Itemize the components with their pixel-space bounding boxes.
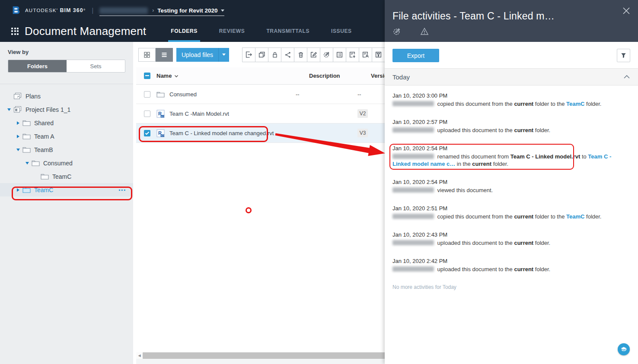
move-button[interactable] [242, 48, 255, 62]
graduation-cap-icon [620, 346, 627, 353]
list-view-button[interactable] [156, 48, 173, 62]
user-name-redacted [392, 154, 434, 159]
activity-entry: Jan 10, 2020 3:00 PM copied this documen… [392, 92, 630, 108]
move-icon [245, 51, 252, 58]
list-download-button[interactable] [346, 48, 359, 62]
close-icon[interactable] [621, 5, 632, 16]
approve-badge-icon[interactable] [392, 27, 401, 36]
expand-arrow-icon[interactable] [15, 188, 21, 192]
folder-icon [156, 91, 165, 98]
detail-button[interactable] [333, 48, 346, 62]
approve-button[interactable] [320, 48, 333, 62]
column-name[interactable]: Name [156, 73, 309, 79]
doc-person-button[interactable] [359, 48, 372, 62]
upload-files-label[interactable]: Upload files [176, 48, 218, 62]
collapse-arrow-icon[interactable] [15, 149, 21, 151]
share-button[interactable] [281, 48, 294, 62]
sidebar-folder-teamc[interactable]: TeamC••• [0, 183, 133, 196]
box-funnel-button[interactable] [372, 48, 385, 62]
lock-button[interactable] [268, 48, 281, 62]
breadcrumb[interactable]: › Testing for Revit 2020 [99, 7, 224, 16]
row-checkbox[interactable] [144, 111, 150, 117]
activity-text: uploaded this document to the current fo… [392, 266, 630, 273]
upload-dropdown-button[interactable] [218, 48, 229, 62]
sidebar-folder-teamc[interactable]: TeamC [0, 170, 133, 183]
tab-reviews[interactable]: REVIEWS [218, 20, 246, 42]
user-name-redacted [392, 214, 434, 219]
today-section-header[interactable]: Today [385, 68, 638, 85]
sidebar-folder-project-files-1-1[interactable]: Project Files 1_1 [0, 103, 133, 116]
view-mode-toggle [138, 48, 173, 62]
module-picker-icon[interactable] [11, 28, 19, 35]
sidebar-folder-plans[interactable]: Plans [0, 89, 133, 103]
folder-icon [41, 173, 49, 180]
project-files-icon [13, 106, 22, 113]
column-description[interactable]: Description [309, 73, 371, 79]
chevron-up-icon[interactable] [623, 75, 630, 79]
edit-icon [310, 51, 317, 58]
scroll-left-arrow-icon[interactable]: ◀ [136, 352, 143, 359]
activity-text: copied this document from the current fo… [392, 100, 630, 108]
view-by-folders-button[interactable]: Folders [8, 60, 67, 72]
filter-button[interactable] [617, 49, 630, 62]
view-by-sets-button[interactable]: Sets [67, 60, 125, 72]
activity-text: uploaded this document to the current fo… [392, 239, 630, 247]
warning-icon[interactable] [420, 27, 429, 36]
chevron-down-icon[interactable] [221, 9, 224, 12]
activity-timestamp: Jan 10, 2020 2:51 PM [392, 205, 630, 212]
activity-entry: Jan 10, 2020 2:54 PM viewed this documen… [392, 179, 630, 194]
grid-view-icon [144, 51, 150, 58]
copy-button[interactable] [255, 48, 268, 62]
folder-more-menu[interactable]: ••• [118, 187, 126, 193]
funnel-icon [620, 52, 627, 59]
row-checkbox[interactable] [144, 91, 150, 98]
upload-files-button[interactable]: Upload files [176, 48, 229, 62]
grid-view-button[interactable] [138, 48, 156, 62]
collapse-arrow-icon[interactable] [6, 108, 12, 111]
folder-tree: PlansProject Files 1_1SharedTeam ATeamBC… [0, 89, 133, 196]
file-activities-panel: File activities - Team C - Linked m… Exp… [385, 0, 638, 364]
select-all-checkbox[interactable] [144, 73, 150, 79]
sidebar-folder-consumed[interactable]: Consumed [0, 156, 133, 170]
expand-arrow-icon[interactable] [15, 121, 21, 125]
file-name[interactable]: Consumed [169, 91, 197, 98]
activity-text: renamed this document from Team C - Link… [392, 153, 630, 168]
file-name[interactable]: Team C -Main Model.rvt [169, 111, 229, 117]
breadcrumb-project[interactable]: Testing for Revit 2020 [157, 7, 217, 14]
help-academy-button[interactable] [618, 343, 630, 355]
sidebar-folder-shared[interactable]: Shared [0, 116, 133, 130]
sidebar-folder-team-a[interactable]: Team A [0, 130, 133, 143]
header-divider: | [92, 7, 94, 14]
row-checkbox[interactable] [144, 130, 150, 136]
export-button[interactable]: Export [392, 49, 439, 62]
folder-label: Project Files 1_1 [26, 106, 70, 113]
sidebar-folder-teamb[interactable]: TeamB [0, 143, 133, 156]
tab-transmittals[interactable]: TRANSMITTALS [265, 20, 310, 42]
folder-icon [32, 160, 40, 166]
activity-list: Jan 10, 2020 3:00 PM copied this documen… [385, 85, 638, 290]
plans-icon [13, 92, 22, 100]
trash-icon [297, 51, 304, 58]
file-description: -- [296, 91, 357, 98]
collapse-arrow-icon[interactable] [24, 162, 30, 165]
list-view-icon [161, 51, 168, 58]
no-more-activities-label: No more activities for Today [392, 284, 630, 290]
activity-entry: Jan 10, 2020 2:42 PM uploaded this docum… [392, 258, 630, 273]
edit-button[interactable] [307, 48, 320, 62]
trash-button[interactable] [294, 48, 307, 62]
folder-label: TeamC [52, 173, 71, 180]
tab-issues[interactable]: ISSUES [330, 20, 353, 42]
revit-file-icon: RRVT [156, 129, 165, 137]
user-name-redacted [392, 266, 434, 272]
folder-label: Consumed [43, 160, 73, 167]
activity-link[interactable]: TeamC [566, 213, 584, 220]
panel-title: File activities - Team C - Linked m… [392, 10, 630, 22]
activity-link[interactable]: TeamC [566, 101, 584, 107]
expand-arrow-icon[interactable] [15, 135, 21, 138]
panel-header-icons [392, 27, 630, 36]
file-name[interactable]: Team C - Linked model name changed.rvt [169, 130, 274, 136]
panel-actions: Export [385, 42, 638, 68]
tab-folders[interactable]: FOLDERS [170, 20, 198, 42]
lock-icon [271, 51, 278, 58]
sidebar-divider [0, 84, 133, 84]
